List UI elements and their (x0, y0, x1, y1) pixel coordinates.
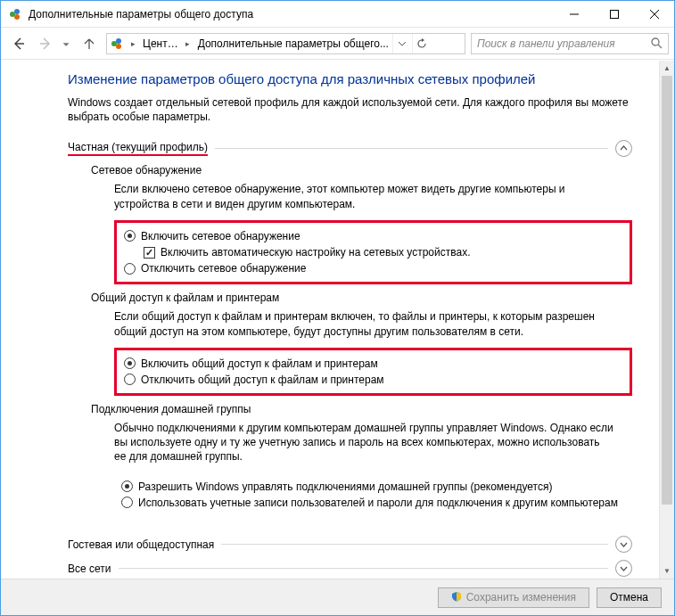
checkbox-auto-setup[interactable]: Включить автоматическую настройку на сет… (124, 244, 622, 260)
svg-point-2 (14, 14, 20, 20)
save-button-label: Сохранить изменения (466, 591, 576, 604)
radio-homegroup-user[interactable]: Использовать учетные записи пользователе… (121, 495, 625, 511)
collapse-icon[interactable] (615, 140, 632, 157)
section-divider (215, 148, 608, 149)
expand-icon[interactable] (615, 560, 632, 577)
nav-up-button[interactable] (78, 32, 101, 55)
radio-discovery-off[interactable]: Отключить сетевое обнаружение (124, 260, 622, 276)
radio-label: Отключить сетевое обнаружение (141, 261, 306, 275)
bottom-toolbar: Сохранить изменения Отмена (1, 579, 674, 615)
scroll-down-icon[interactable]: ▼ (660, 563, 674, 579)
page-heading: Изменение параметров общего доступа для … (68, 71, 632, 86)
section-divider (221, 544, 608, 545)
radio-label: Отключить общий доступ к файлам и принте… (141, 373, 384, 387)
window-title: Дополнительные параметры общего доступа (29, 8, 554, 21)
radio-icon (121, 497, 133, 508)
radio-discovery-on[interactable]: Включить сетевое обнаружение (124, 228, 622, 244)
expand-icon[interactable] (615, 536, 632, 553)
radio-icon (124, 374, 136, 385)
section-all-networks-title: Все сети (68, 563, 111, 575)
app-icon (8, 7, 22, 21)
close-button[interactable] (634, 1, 674, 27)
homegroup-desc: Обычно подключениями к другим компьютера… (114, 421, 613, 464)
radio-label: Включить сетевое обнаружение (141, 229, 300, 243)
control-panel-icon (107, 37, 127, 50)
save-button[interactable]: Сохранить изменения (438, 587, 589, 608)
scroll-track[interactable] (660, 76, 674, 563)
svg-point-11 (116, 44, 121, 49)
search-icon[interactable] (645, 37, 668, 49)
network-discovery-options: Включить сетевое обнаружение Включить ав… (114, 220, 632, 285)
cancel-button[interactable]: Отмена (597, 587, 662, 608)
radio-label: Разрешить Windows управлять подключениям… (138, 480, 552, 494)
breadcrumb-separator-icon[interactable]: ▸ (127, 39, 139, 48)
nav-forward-button[interactable] (33, 31, 58, 56)
maximize-button[interactable] (594, 1, 634, 27)
radio-label: Включить общий доступ к файлам и принтер… (141, 357, 378, 371)
radio-icon (124, 263, 136, 275)
vertical-scrollbar[interactable]: ▲ ▼ (659, 61, 674, 579)
checkbox-label: Включить автоматическую настройку на сет… (161, 245, 471, 259)
scroll-thumb[interactable] (662, 76, 672, 505)
address-dropdown-icon[interactable] (392, 34, 412, 53)
refresh-button[interactable] (412, 34, 432, 53)
search-box[interactable] (471, 33, 669, 54)
window-titlebar: Дополнительные параметры общего доступа (1, 1, 674, 28)
breadcrumb-separator-icon[interactable]: ▸ (182, 39, 194, 48)
radio-label: Использовать учетные записи пользователе… (138, 496, 618, 510)
svg-rect-4 (610, 10, 618, 18)
section-private[interactable]: Частная (текущий профиль) (68, 140, 632, 157)
section-divider (119, 568, 609, 569)
breadcrumb-current[interactable]: Дополнительные параметры общего... (194, 34, 392, 53)
file-sharing-heading: Общий доступ к файлам и принтерам (91, 292, 632, 304)
radio-icon (121, 480, 133, 492)
section-all-networks[interactable]: Все сети (68, 560, 632, 577)
radio-icon (124, 357, 136, 369)
homegroup-heading: Подключения домашней группы (91, 403, 632, 415)
svg-point-9 (111, 41, 117, 46)
svg-point-12 (652, 38, 659, 45)
section-guest[interactable]: Гостевая или общедоступная (68, 536, 632, 553)
section-private-body: Сетевое обнаружение Если включено сетево… (68, 164, 632, 532)
content-area: Изменение параметров общего доступа для … (1, 61, 659, 579)
network-discovery-desc: Если включено сетевое обнаружение, этот … (114, 182, 613, 210)
file-sharing-options: Включить общий доступ к файлам и принтер… (114, 348, 632, 396)
radio-fileshare-on[interactable]: Включить общий доступ к файлам и принтер… (124, 356, 622, 372)
network-discovery-heading: Сетевое обнаружение (91, 164, 632, 177)
svg-point-10 (116, 38, 121, 44)
search-input[interactable] (472, 34, 645, 53)
scroll-up-icon[interactable]: ▲ (660, 61, 674, 76)
svg-line-13 (658, 45, 662, 48)
page-description: Windows создает отдельный сетевой профил… (68, 95, 632, 124)
nav-back-button[interactable] (6, 31, 31, 56)
homegroup-options: Разрешить Windows управлять подключениям… (114, 473, 632, 516)
shield-icon (451, 591, 462, 604)
svg-point-1 (14, 9, 20, 14)
radio-fileshare-off[interactable]: Отключить общий доступ к файлам и принте… (124, 372, 622, 388)
address-bar[interactable]: ▸ Цент… ▸ Дополнительные параметры общег… (106, 33, 465, 54)
radio-icon (124, 230, 136, 242)
section-private-title: Частная (текущий профиль) (68, 141, 208, 156)
nav-history-dropdown[interactable]: 🞃 (60, 39, 72, 48)
svg-point-0 (10, 12, 15, 17)
section-guest-title: Гостевая или общедоступная (68, 538, 214, 551)
navigation-bar: 🞃 ▸ Цент… ▸ Дополнительные параметры общ… (1, 28, 674, 60)
file-sharing-desc: Если общий доступ к файлам и принтерам в… (114, 309, 613, 338)
checkbox-icon (144, 247, 155, 259)
cancel-button-label: Отмена (610, 591, 648, 604)
minimize-button[interactable] (554, 1, 594, 27)
radio-homegroup-windows[interactable]: Разрешить Windows управлять подключениям… (121, 479, 625, 495)
breadcrumb-control-panel[interactable]: Цент… (139, 34, 182, 53)
